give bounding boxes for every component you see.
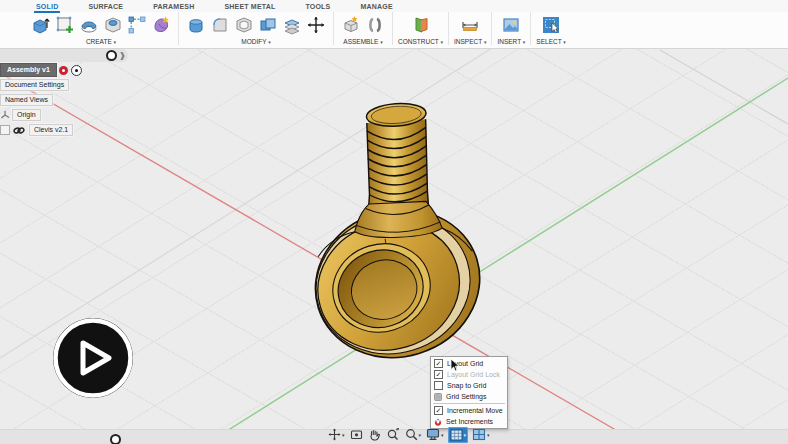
checkbox-checked-icon: ✓ xyxy=(434,370,443,379)
checkbox-checked-icon: ✓ xyxy=(434,406,443,415)
offset-face-icon[interactable] xyxy=(280,13,304,37)
menu-item-layout-grid[interactable]: ✓ Layout Grid xyxy=(431,358,507,369)
assemble-dropdown[interactable]: ASSEMBLE ▾ xyxy=(343,38,382,45)
inspect-dropdown[interactable]: INSPECT ▾ xyxy=(454,38,486,45)
document-title: Assembly v1 xyxy=(0,63,57,77)
fillet-icon[interactable] xyxy=(208,13,232,37)
insert-dropdown[interactable]: INSERT ▾ xyxy=(497,38,525,45)
group-inspect: INSPECT ▾ xyxy=(449,12,492,45)
insert-image-icon[interactable] xyxy=(499,13,523,37)
browser-panel: Assembly v1 Document Settings Named View… xyxy=(0,64,82,139)
group-insert: INSERT ▾ xyxy=(492,12,531,45)
tab-paramesh[interactable]: PARAMESH xyxy=(151,2,196,11)
move-icon[interactable] xyxy=(304,13,328,37)
browser-document-row[interactable]: Assembly v1 xyxy=(0,64,82,76)
select-icon[interactable] xyxy=(539,13,563,37)
menu-separator xyxy=(433,403,505,404)
grid-display-icon[interactable]: ▾ xyxy=(448,427,469,443)
construct-dropdown[interactable]: CONSTRUCT ▾ xyxy=(398,38,443,45)
tab-surface[interactable]: SURFACE xyxy=(86,2,125,11)
pan-icon[interactable] xyxy=(367,427,382,442)
grid-settings-icon xyxy=(434,393,442,401)
pattern-icon[interactable] xyxy=(125,13,149,37)
ribbon-toolbar: SOLID SURFACE PARAMESH SHEET METAL TOOLS… xyxy=(0,0,788,49)
browser-item-document-settings[interactable]: Document Settings xyxy=(0,79,82,91)
ribbon-tab-row: SOLID SURFACE PARAMESH SHEET METAL TOOLS… xyxy=(0,0,788,12)
component-checkbox[interactable] xyxy=(0,125,10,135)
pan-orbit-icon[interactable]: ▾ xyxy=(327,427,346,442)
measure-icon[interactable] xyxy=(458,13,482,37)
create-sketch-icon[interactable] xyxy=(53,13,77,37)
group-construct: CONSTRUCT ▾ xyxy=(393,12,449,45)
construction-plane-icon[interactable] xyxy=(409,13,433,37)
modify-dropdown[interactable]: MODIFY ▾ xyxy=(241,38,271,45)
menu-item-incremental-move[interactable]: ✓ Incremental Move xyxy=(431,405,507,416)
revolve-icon[interactable] xyxy=(77,13,101,37)
expand-chevron-icon[interactable]: ❱ xyxy=(119,51,126,60)
mouse-cursor-icon xyxy=(450,358,460,372)
unsaved-badge-icon xyxy=(59,66,68,75)
combine-icon[interactable] xyxy=(256,13,280,37)
group-modify: MODIFY ▾ xyxy=(179,12,334,45)
viewport-canvas: ❱ Assembly v1 Document Settings Named Vi… xyxy=(0,48,788,444)
extrude-icon[interactable] xyxy=(29,13,53,37)
hole-icon[interactable] xyxy=(101,13,125,37)
group-select: SELECT ▾ xyxy=(531,12,571,45)
browser-item-named-views[interactable]: Named Views xyxy=(0,94,82,106)
view-navigation-bar: ▾ ▾ ▾ ▾ xyxy=(327,426,491,443)
create-form-icon[interactable] xyxy=(149,13,173,37)
record-dot-icon xyxy=(110,434,121,444)
browser-item-origin[interactable]: Origin xyxy=(0,109,82,121)
viewports-icon[interactable]: ▾ xyxy=(471,427,491,442)
shell-icon[interactable] xyxy=(232,13,256,37)
checkbox-checked-icon: ✓ xyxy=(434,359,443,368)
browser-item-clevis[interactable]: Clevis v2.1 xyxy=(0,124,82,136)
tab-tools[interactable]: TOOLS xyxy=(303,2,332,11)
group-assemble: ASSEMBLE ▾ xyxy=(334,12,393,45)
activate-radio-icon[interactable] xyxy=(71,65,82,76)
joint-icon[interactable] xyxy=(363,13,387,37)
play-icon xyxy=(52,317,134,399)
display-settings-icon[interactable]: ▾ xyxy=(425,427,445,442)
menu-item-layout-grid-lock: ✓ Layout Grid Lock xyxy=(431,369,507,380)
new-component-icon[interactable] xyxy=(339,13,363,37)
tab-solid[interactable]: SOLID xyxy=(34,2,60,11)
collapsed-panel-bar: ❱ xyxy=(0,49,128,62)
fit-icon[interactable] xyxy=(385,427,401,442)
ribbon-icon-strip: CREATE ▾ xyxy=(0,12,571,45)
checkbox-unchecked-icon xyxy=(434,381,443,390)
create-dropdown[interactable]: CREATE ▾ xyxy=(86,38,116,45)
press-pull-icon[interactable] xyxy=(184,13,208,37)
menu-item-grid-settings[interactable]: Grid Settings xyxy=(431,391,507,402)
link-icon xyxy=(13,126,25,135)
ring-body xyxy=(297,189,498,377)
origin-icon xyxy=(0,110,10,120)
menu-item-snap-to-grid[interactable]: Snap to Grid xyxy=(431,380,507,391)
set-increments-icon xyxy=(434,418,442,426)
group-create: CREATE ▾ xyxy=(24,12,179,45)
grid-options-menu: ✓ Layout Grid ✓ Layout Grid Lock Snap to… xyxy=(430,356,508,429)
look-at-icon[interactable] xyxy=(349,427,364,442)
video-play-button[interactable] xyxy=(52,317,134,399)
tab-manage[interactable]: MANAGE xyxy=(358,2,394,11)
record-dot-icon xyxy=(106,50,117,61)
fusion-window: SOLID SURFACE PARAMESH SHEET METAL TOOLS… xyxy=(0,0,788,444)
zoom-icon[interactable]: ▾ xyxy=(404,427,423,442)
select-dropdown[interactable]: SELECT ▾ xyxy=(536,38,566,45)
tab-sheet-metal[interactable]: SHEET METAL xyxy=(222,2,277,11)
